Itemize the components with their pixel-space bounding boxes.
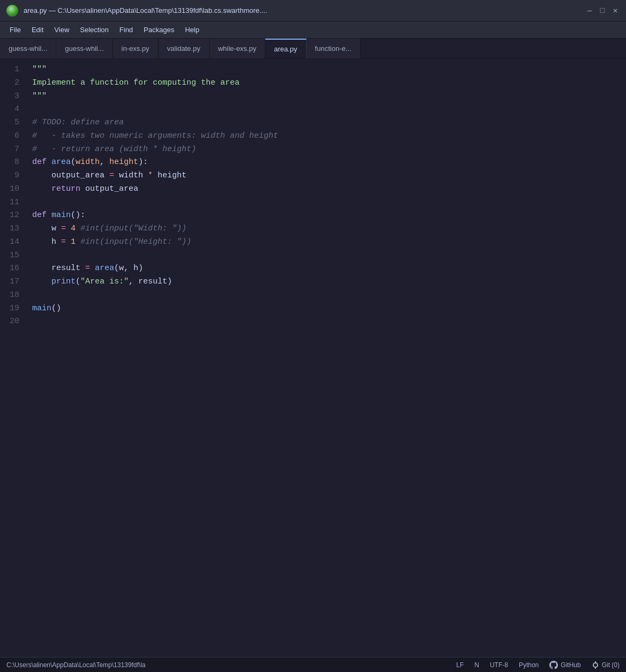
tab-in-exs[interactable]: in-exs.py <box>113 39 159 58</box>
git-status[interactable]: Git (0) <box>592 661 620 669</box>
line-num-13: 13 <box>0 222 19 236</box>
app-icon <box>6 5 18 17</box>
line-num-4: 4 <box>0 103 19 116</box>
window-title: area.py — C:\Users\alinen\AppData\Local\… <box>24 6 585 14</box>
status-bar: C:\Users\alinen\AppData\Local\Temp\13139… <box>0 657 626 672</box>
line-num-1: 1 <box>0 63 19 77</box>
tab-area[interactable]: area.py <box>265 39 306 58</box>
code-line-5: # TODO: define area <box>32 116 626 130</box>
line-num-8: 8 <box>0 156 19 169</box>
indent-status[interactable]: N <box>474 661 479 669</box>
charset-status[interactable]: UTF-8 <box>490 661 508 669</box>
git-icon <box>592 661 599 669</box>
menu-view[interactable]: View <box>49 24 74 36</box>
github-status[interactable]: GitHub <box>549 661 580 669</box>
code-line-8: def area(width, height): <box>32 156 626 169</box>
code-editor[interactable]: """ Implement a function for computing t… <box>28 59 626 657</box>
code-line-2: Implement a function for computing the a… <box>32 77 626 90</box>
code-line-15 <box>32 249 626 263</box>
code-line-13: w = 4 #int(input("Width: ")) <box>32 222 626 236</box>
window-controls: — □ ✕ <box>585 6 620 15</box>
code-line-12: def main(): <box>32 209 626 222</box>
line-num-12: 12 <box>0 209 19 222</box>
line-num-15: 15 <box>0 249 19 263</box>
line-num-17: 17 <box>0 275 19 289</box>
code-line-17: print("Area is:", result) <box>32 275 626 289</box>
line-num-6: 6 <box>0 130 19 143</box>
line-num-5: 5 <box>0 116 19 130</box>
code-line-7: # - return area (width * height) <box>32 143 626 156</box>
code-line-3: """ <box>32 90 626 103</box>
code-line-14: h = 1 #int(input("Height: ")) <box>32 236 626 249</box>
line-num-20: 20 <box>0 315 19 328</box>
menu-help[interactable]: Help <box>180 24 205 36</box>
tab-guess-whil-2[interactable]: guess-whil... <box>56 39 113 58</box>
line-num-16: 16 <box>0 262 19 275</box>
code-line-16: result = area(w, h) <box>32 262 626 275</box>
tab-guess-whil-1[interactable]: guess-whil... <box>0 39 56 58</box>
code-line-18 <box>32 289 626 302</box>
line-num-18: 18 <box>0 289 19 302</box>
line-num-7: 7 <box>0 143 19 156</box>
code-line-20 <box>32 315 626 328</box>
maximize-button[interactable]: □ <box>598 6 607 15</box>
line-num-11: 11 <box>0 196 19 210</box>
line-num-19: 19 <box>0 302 19 316</box>
line-num-9: 9 <box>0 169 19 183</box>
menu-bar: File Edit View Selection Find Packages H… <box>0 21 626 39</box>
code-line-11 <box>32 196 626 210</box>
code-line-6: # - takes two numeric arguments: width a… <box>32 130 626 143</box>
tab-bar: guess-whil... guess-whil... in-exs.py va… <box>0 39 626 59</box>
title-bar: area.py — C:\Users\alinen\AppData\Local\… <box>0 0 626 21</box>
line-num-14: 14 <box>0 236 19 249</box>
close-button[interactable]: ✕ <box>611 6 620 15</box>
menu-file[interactable]: File <box>4 24 26 36</box>
filepath-status: C:\Users\alinen\AppData\Local\Temp\13139… <box>6 661 145 669</box>
line-num-10: 10 <box>0 183 19 196</box>
code-line-10: return output_area <box>32 183 626 196</box>
tab-function-e[interactable]: function-e... <box>307 39 361 58</box>
code-line-9: output_area = width * height <box>32 169 626 183</box>
github-icon <box>549 661 558 669</box>
menu-packages[interactable]: Packages <box>138 24 180 36</box>
line-numbers: 1 2 3 4 5 6 7 8 9 10 11 12 13 14 15 16 1… <box>0 59 28 657</box>
code-line-19: main() <box>32 302 626 316</box>
github-label: GitHub <box>561 661 580 669</box>
menu-selection[interactable]: Selection <box>74 24 114 36</box>
language-status[interactable]: Python <box>519 661 539 669</box>
minimize-button[interactable]: — <box>585 6 594 15</box>
code-line-4 <box>32 103 626 116</box>
svg-point-0 <box>593 663 598 667</box>
editor-area: 1 2 3 4 5 6 7 8 9 10 11 12 13 14 15 16 1… <box>0 59 626 657</box>
git-label: Git (0) <box>602 661 620 669</box>
encoding-status[interactable]: LF <box>456 661 464 669</box>
menu-find[interactable]: Find <box>114 24 138 36</box>
code-line-1: """ <box>32 63 626 77</box>
line-num-2: 2 <box>0 77 19 90</box>
menu-edit[interactable]: Edit <box>26 24 49 36</box>
tab-validate[interactable]: validate.py <box>159 39 210 58</box>
tab-while-exs[interactable]: while-exs.py <box>210 39 266 58</box>
line-num-3: 3 <box>0 90 19 103</box>
